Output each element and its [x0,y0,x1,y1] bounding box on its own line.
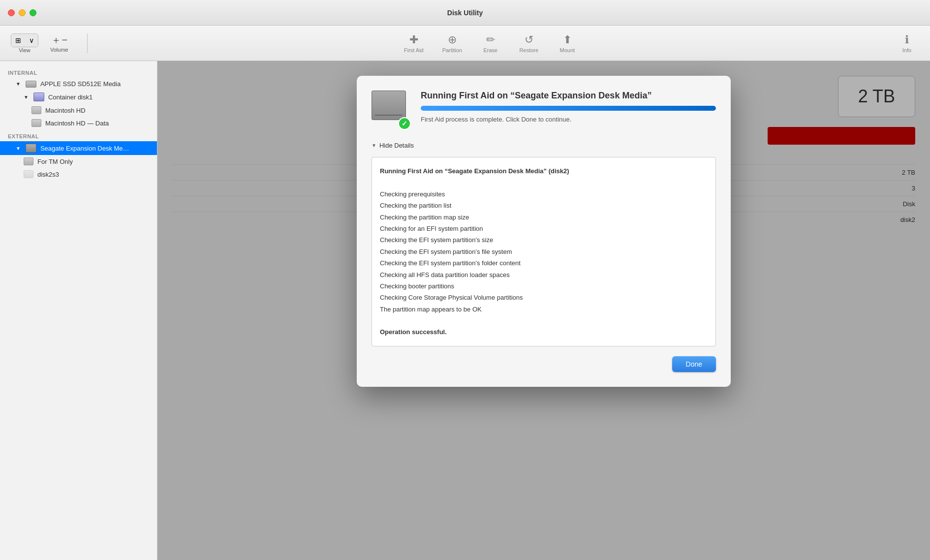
first-aid-modal: ✓ Running First Aid on “Seagate Expansio… [357,76,731,387]
view-icon-btn[interactable]: ∨ [25,34,38,47]
done-button[interactable]: Done [672,356,716,372]
internal-section-label: Internal [0,66,157,78]
sidebar-item-seagate[interactable]: ▼ Seagate Expansion Desk Me… [0,141,157,155]
sidebar-item-macintosh-hd[interactable]: Macintosh HD [0,104,157,117]
view-toggle[interactable]: ⊞ ∨ [11,33,38,47]
check-badge-icon: ✓ [398,117,411,130]
partition-label: Partition [442,47,462,53]
details-arrow-icon: ▼ [372,143,376,148]
disclosure-arrow: ▼ [16,81,21,87]
operation-result: Operation successful. [380,326,708,338]
toolbar-divider [87,33,88,53]
mount-label: Mount [560,47,575,53]
log-line-9: Checking Core Storage Physical Volume pa… [380,292,708,303]
sidebar-item-label: APPLE SSD SD512E Media [40,80,121,88]
sidebar-item-label: Macintosh HD — Data [45,120,109,127]
mount-button[interactable]: ⬆ Mount [550,31,585,56]
done-btn-area: Done [372,356,716,372]
sidebar-item-for-tm-only[interactable]: For TM Only [0,155,157,168]
sidebar-item-label: Container disk1 [48,93,93,101]
sidebar-item-label: disk2s3 [37,171,59,178]
volume-button[interactable]: ＋ − Volume [45,31,73,56]
log-line-6: Checking the EFI system partition’s fold… [380,257,708,269]
minimize-button[interactable] [19,9,26,16]
modal-title-area: Running First Aid on “Seagate Expansion … [421,91,716,123]
hdd-thumbnail-icon [372,91,406,120]
main-area: Internal ▼ APPLE SSD SD512E Media ▼ Cont… [0,61,930,560]
log-line-3: Checking for an EFI system partition [380,223,708,234]
disclosure-arrow: ▼ [16,146,21,151]
restore-label: Restore [520,47,539,53]
window-controls [8,9,36,16]
volume-icon [31,119,41,127]
sidebar-item-label: Seagate Expansion Desk Me… [40,145,129,152]
erase-icon: ✏ [486,33,495,46]
title-bar: Disk Utility [0,0,930,26]
progress-bar-fill [421,106,716,111]
volume-label: Volume [50,47,68,53]
close-button[interactable] [8,9,15,16]
sidebar: Internal ▼ APPLE SSD SD512E Media ▼ Cont… [0,61,157,560]
volume-icon [31,106,41,114]
sidebar-item-label: Macintosh HD [45,107,86,114]
toolbar-center-group: ✚ First Aid ⊕ Partition ✏ Erase ↺ Restor… [92,31,890,56]
restore-button[interactable]: ↺ Restore [512,31,546,56]
sidebar-item-apple-ssd[interactable]: ▼ APPLE SSD SD512E Media [0,78,157,90]
log-line-8: Checking booter partitions [380,280,708,292]
view-button[interactable]: ⊞ ∨ View [6,31,43,56]
partition-icon: ⊕ [448,33,457,46]
log-line-7: Checking all HFS data partition loader s… [380,269,708,280]
sidebar-item-label: For TM Only [37,158,73,165]
details-title: Running First Aid on “Seagate Expansion … [380,165,708,177]
log-line-10: The partition map appears to be OK [380,304,708,315]
sidebar-item-container-disk1[interactable]: ▼ Container disk1 [0,90,157,104]
sidebar-item-disk2s3[interactable]: disk2s3 [0,168,157,181]
mount-icon: ⬆ [563,33,572,46]
info-button[interactable]: ℹ Info [890,31,924,56]
log-line-5: Checking the EFI system partition’s file… [380,246,708,257]
toolbar-right-group: ℹ Info [890,31,924,56]
maximize-button[interactable] [30,9,36,16]
info-label: Info [902,47,911,53]
details-toggle-label: Hide Details [379,142,414,149]
info-icon: ℹ [905,33,909,46]
details-toggle[interactable]: ▼ Hide Details [372,140,716,151]
modal-title: Running First Aid on “Seagate Expansion … [421,91,716,101]
modal-overlay: ✓ Running First Aid on “Seagate Expansio… [157,61,930,560]
window-title: Disk Utility [447,9,483,17]
firstaid-label: First Aid [404,47,424,53]
sidebar-item-macintosh-hd-data[interactable]: Macintosh HD — Data [0,117,157,129]
hdd-disk-icon [26,144,36,153]
erase-button[interactable]: ✏ Erase [473,31,508,56]
view-list-btn[interactable]: ⊞ [11,34,25,47]
disclosure-arrow: ▼ [24,94,29,100]
log-line-4: Checking the EFI system partition’s size [380,234,708,246]
firstaid-button[interactable]: ✚ First Aid [397,31,431,56]
restore-icon: ↺ [525,33,533,46]
progress-bar-track [421,106,716,111]
toolbar-left-group: ⊞ ∨ View ＋ − Volume [6,31,83,56]
disk-thumbnail: ✓ [372,91,411,130]
container-disk-icon [33,93,44,101]
right-panel: 2 TB 2 TB 3 Disk disk2 [157,61,930,560]
modal-status: First Aid process is complete. Click Don… [421,116,716,123]
external-section-label: External [0,129,157,141]
ghost-volume-icon [24,170,33,178]
log-line-2: Checking the partition map size [380,212,708,223]
partition-button[interactable]: ⊕ Partition [435,31,469,56]
log-line-1: Checking the partition list [380,200,708,211]
erase-label: Erase [483,47,497,53]
log-line-0: Checking prerequisites [380,188,708,200]
volume-icon [24,157,33,165]
ssd-disk-icon [26,81,36,88]
view-label: View [19,47,31,53]
firstaid-icon: ✚ [409,33,418,46]
modal-header: ✓ Running First Aid on “Seagate Expansio… [372,91,716,130]
details-box: Running First Aid on “Seagate Expansion … [372,157,716,346]
toolbar: ⊞ ∨ View ＋ − Volume ✚ First Aid ⊕ Partit… [0,26,930,61]
